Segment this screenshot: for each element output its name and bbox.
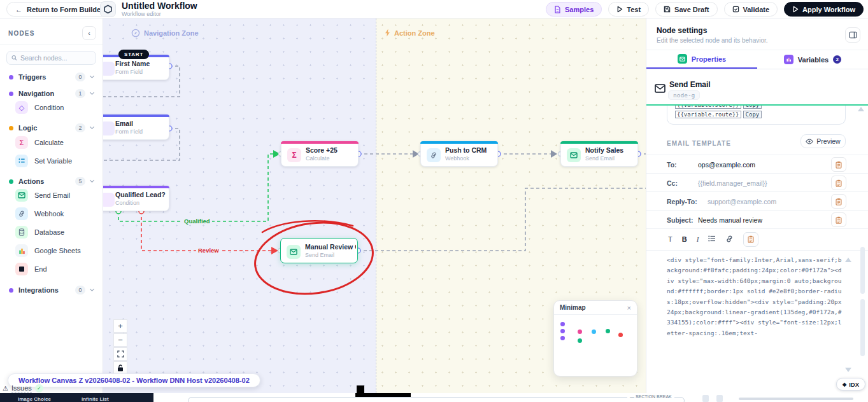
email-subject-value[interactable]: Needs manual review <box>698 216 762 224</box>
start-badge: START <box>118 50 149 59</box>
sidebar-section-navigation[interactable]: Navigation 1 <box>0 88 103 99</box>
copy-button[interactable]: Copy <box>743 106 762 109</box>
check-square-icon <box>732 6 739 13</box>
sidebar-item-calculate[interactable]: Σ Calculate <box>15 135 97 149</box>
chevron-down-icon[interactable] <box>90 287 94 291</box>
sidebar-toggle-icon <box>849 31 857 39</box>
email-to-row: To: ops@example.com <box>646 155 868 173</box>
sidebar-item-database[interactable]: Database <box>15 225 97 239</box>
scroll-up-icon[interactable] <box>845 258 851 262</box>
tab-properties[interactable]: Properties <box>646 50 757 69</box>
navigation-count-badge: 1 <box>75 89 85 98</box>
chevron-down-icon[interactable] <box>90 74 94 78</box>
test-button[interactable]: Test <box>608 2 649 17</box>
email-to-value[interactable]: ops@example.com <box>698 161 755 169</box>
sidebar-section-triggers[interactable]: Triggers 0 <box>0 72 103 82</box>
sidebar-item-end[interactable]: End <box>15 262 97 276</box>
italic-button[interactable]: I <box>697 235 699 243</box>
workflow-canvas[interactable]: Navigation Zone Action Zone <box>103 18 646 393</box>
save-draft-button[interactable]: Save Draft <box>655 2 717 17</box>
clipboard-icon <box>836 161 842 169</box>
panel-subtitle: Edit the selected node and its behavior. <box>657 37 768 44</box>
divider <box>646 250 868 251</box>
sidebar-section-integrations[interactable]: Integrations 0 <box>0 285 103 295</box>
chevron-down-icon[interactable] <box>90 178 94 183</box>
preview-button[interactable]: Preview <box>800 134 846 148</box>
sidebar-section-logic[interactable]: Logic 2 <box>0 123 103 133</box>
sidebar-collapse-button[interactable]: ‹ <box>82 26 96 40</box>
sidebar-item-condition[interactable]: ◇ Condition <box>15 100 97 114</box>
issues-row: ⚠ Issues ✓ <box>3 384 43 392</box>
edge-label-qualified: Qualified <box>182 218 212 225</box>
logic-count-badge: 2 <box>75 123 85 132</box>
background-button <box>716 395 723 402</box>
insert-variable-button[interactable] <box>831 194 846 209</box>
samples-button[interactable]: Samples <box>546 2 602 17</box>
search-input[interactable] <box>20 54 91 62</box>
fit-view-button[interactable] <box>113 347 127 361</box>
panel-toggle-button[interactable] <box>845 27 860 43</box>
divider <box>646 228 868 229</box>
canvas-controls: + − <box>113 319 127 375</box>
node-manual-review[interactable]: Manual Review Q... Send Email <box>280 238 358 263</box>
lock-button[interactable] <box>113 361 127 375</box>
list-button[interactable] <box>708 235 716 243</box>
integrations-count-badge: 0 <box>75 286 85 295</box>
insert-variable-toolbar-button[interactable] <box>743 232 758 247</box>
background-toolbar-item: Infinite List <box>82 396 109 402</box>
arrowhead-icon <box>551 150 557 158</box>
text-format-button[interactable]: T <box>668 235 672 243</box>
clipboard-icon <box>836 198 842 205</box>
sidebar-item-set-variable[interactable]: Set Variable <box>15 154 97 168</box>
email-body-code-editor[interactable]: <div style="font-family:Inter,Arial,sans… <box>667 255 843 387</box>
sidebar-item-send-email[interactable]: Send Email <box>15 188 97 202</box>
insert-variable-button[interactable] <box>831 176 846 190</box>
mail-icon <box>15 189 28 202</box>
idx-badge[interactable]: ◆ IDX <box>836 378 865 391</box>
node-email[interactable]: Email Form Field <box>103 114 169 140</box>
sidebar-item-google-sheets[interactable]: Google Sheets <box>15 244 97 258</box>
node-notify-sales[interactable]: Notify Sales Send Email <box>560 141 638 167</box>
node-qualified-lead[interactable]: Qualified Lead? Condition <box>103 186 169 211</box>
link-icon <box>15 207 28 220</box>
minimap-node-dot <box>578 329 582 334</box>
scroll-down-icon[interactable] <box>845 368 851 372</box>
minimap-panel: Minimap × <box>553 300 637 377</box>
scrollbar-thumb[interactable] <box>860 299 865 356</box>
play-icon <box>792 6 799 13</box>
apply-workflow-button[interactable]: Apply Workflow <box>784 2 864 17</box>
email-cc-row: Cc: {{field.manager_email}} <box>646 173 868 191</box>
sidebar-item-webhook[interactable]: Webhook <box>15 207 97 221</box>
email-cc-value[interactable]: {{field.manager_email}} <box>698 179 767 187</box>
chevron-down-icon[interactable] <box>90 90 94 95</box>
document-icon <box>554 6 561 13</box>
close-icon[interactable]: × <box>627 304 631 312</box>
sparkle-icon: ◆ <box>843 382 846 387</box>
node-push-to-crm[interactable]: Push to CRM Webhook <box>420 141 498 167</box>
mail-icon <box>655 84 665 93</box>
link-button[interactable] <box>725 235 734 244</box>
scroll-up-icon[interactable] <box>858 107 864 111</box>
sidebar-section-actions[interactable]: Actions 5 <box>0 176 103 186</box>
chevron-down-icon[interactable] <box>90 125 94 129</box>
email-replyto-value[interactable]: support@example.com <box>708 198 776 205</box>
node-score-25[interactable]: Σ Score +25 Calculate <box>281 141 359 167</box>
scrollbar-thumb[interactable] <box>860 247 865 294</box>
zoom-in-button[interactable]: + <box>113 319 127 333</box>
copy-button[interactable]: Copy <box>743 111 762 118</box>
insert-variable-button[interactable] <box>831 157 846 172</box>
variables-icon <box>784 55 793 64</box>
actions-count-badge: 5 <box>75 177 85 186</box>
zoom-out-button[interactable]: − <box>113 333 127 347</box>
bold-button[interactable]: B <box>682 235 687 243</box>
validate-button[interactable]: Validate <box>724 2 778 17</box>
link-icon <box>725 235 734 243</box>
issues-link[interactable]: Issues <box>11 384 32 392</box>
tab-variables[interactable]: Variables 2 <box>757 50 868 69</box>
background-page-strip: Image Choice Infinite List — SECTION BRE… <box>0 393 868 402</box>
actions-dot-icon <box>9 179 13 184</box>
minimap-node-dot <box>618 333 623 337</box>
minimap-node-dot <box>560 322 565 326</box>
return-to-form-builder-button[interactable]: ← Return to Form Builder <box>6 2 112 17</box>
insert-variable-button[interactable] <box>831 212 846 227</box>
